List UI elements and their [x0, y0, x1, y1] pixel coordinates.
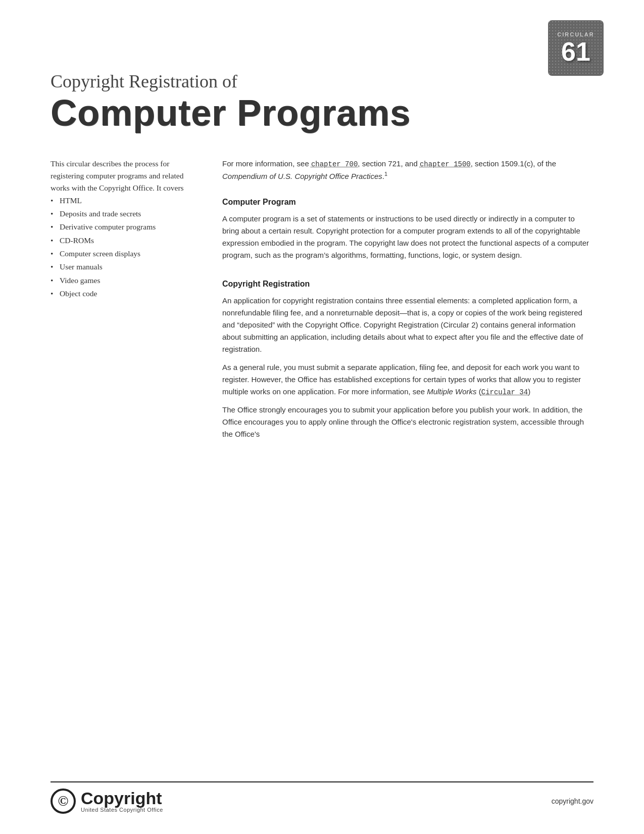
- section-text-computer-program: A computer program is a set of statement…: [222, 213, 593, 261]
- section-title-computer-program: Computer Program: [222, 198, 593, 207]
- footer: © Copyright United States Copyright Offi…: [51, 781, 593, 814]
- top-note: For more information, see chapter 700, s…: [222, 158, 593, 182]
- badge-number: 61: [561, 38, 590, 65]
- content-area: This circular describes the process for …: [51, 158, 593, 459]
- section-title-copyright-registration: Copyright Registration: [222, 280, 593, 289]
- title-section: Copyright Registration of Computer Progr…: [51, 71, 593, 132]
- list-item: Deposits and trade secrets: [51, 207, 192, 220]
- paragraph: The Office strongly encourages you to su…: [222, 404, 593, 440]
- paragraph: As a general rule, you must submit a sep…: [222, 361, 593, 398]
- footer-logo-text: Copyright United States Copyright Office: [81, 790, 163, 813]
- list-item: HTML: [51, 194, 192, 207]
- bullet-list: HTML Deposits and trade secrets Derivati…: [51, 194, 192, 301]
- footer-copyright-word: Copyright: [81, 790, 163, 807]
- paragraph: An application for copyright registratio…: [222, 295, 593, 355]
- page: CIRCULAR 61 Copyright Registration of Co…: [0, 0, 644, 834]
- section-computer-program: Computer Program A computer program is a…: [222, 198, 593, 261]
- circular-badge: CIRCULAR 61: [548, 20, 604, 76]
- title-line1: Copyright Registration of: [51, 71, 593, 92]
- left-column: This circular describes the process for …: [51, 158, 192, 459]
- list-item: CD-ROMs: [51, 234, 192, 247]
- title-line2: Computer Programs: [51, 94, 593, 132]
- list-item: User manuals: [51, 260, 192, 273]
- copyright-circle-icon: ©: [51, 789, 76, 814]
- top-note-text3: , section 1509.1(c), of the: [471, 159, 556, 168]
- footer-subtitle: United States Copyright Office: [81, 807, 163, 813]
- section-text-copyright-registration: An application for copyright registratio…: [222, 295, 593, 440]
- footer-logo: © Copyright United States Copyright Offi…: [51, 789, 163, 814]
- top-note-text2: , section 721, and: [358, 159, 420, 168]
- footnote1: 1: [384, 171, 387, 177]
- chapter700-ref: chapter 700: [311, 160, 358, 168]
- list-item: Video games: [51, 274, 192, 287]
- badge-background: CIRCULAR 61: [548, 20, 604, 76]
- right-column: For more information, see chapter 700, s…: [222, 158, 593, 459]
- chapter1500-ref: chapter 1500: [420, 160, 471, 168]
- section-copyright-registration: Copyright Registration An application fo…: [222, 280, 593, 440]
- compendium-ref: Compendium of U.S. Copyright Office Prac…: [222, 172, 382, 180]
- list-item: Derivative computer programs: [51, 220, 192, 234]
- footer-url: copyright.gov: [552, 797, 593, 805]
- paragraph: A computer program is a set of statement…: [222, 213, 593, 261]
- list-item: Computer screen displays: [51, 247, 192, 260]
- top-note-text1: For more information, see: [222, 159, 311, 168]
- list-item: Object code: [51, 287, 192, 300]
- intro-paragraph: This circular describes the process for …: [51, 158, 192, 194]
